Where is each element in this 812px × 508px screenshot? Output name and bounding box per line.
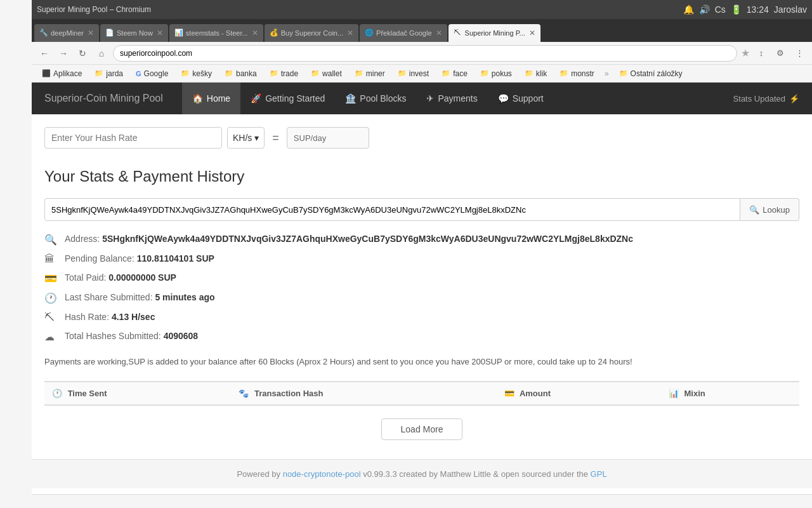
bookmark-star[interactable]: ★ xyxy=(741,47,750,59)
bookmark-label-aplikace: Aplikace xyxy=(53,69,82,78)
search-icon: 🔍 xyxy=(749,205,759,215)
bookmark-label-face: face xyxy=(453,69,468,78)
th-mixin-label: Mixin xyxy=(684,389,705,398)
tab-favicon-4: 💰 xyxy=(270,29,278,37)
chat-icon: 💬 xyxy=(498,93,509,104)
bookmark-google[interactable]: G Google xyxy=(131,68,173,79)
audio-icon[interactable]: 🔊 xyxy=(699,4,710,15)
th-amount-label: Amount xyxy=(520,389,551,398)
back-button[interactable]: ← xyxy=(37,46,52,61)
tab-steemnow[interactable]: 📄 Steem Now ✕ xyxy=(100,24,168,42)
address-input[interactable] xyxy=(113,45,737,62)
unit-select[interactable]: KH/s ▾ xyxy=(227,127,265,149)
hash-rate-input[interactable] xyxy=(44,127,222,149)
nav-link-payments[interactable]: ✈ Payments xyxy=(416,83,487,114)
nav-link-support[interactable]: 💬 Support xyxy=(488,83,554,114)
bookmark-label-jarda: jarda xyxy=(106,69,123,78)
tab-google-translate[interactable]: 🌐 Překladač Google ✕ xyxy=(360,24,447,42)
stats-updated-label: Stats Updated xyxy=(733,94,785,104)
bookmark-banka[interactable]: 📁 banka xyxy=(219,68,262,79)
tab-close-1[interactable]: ✕ xyxy=(84,29,94,37)
info-message: Payments are working,SUP is added to you… xyxy=(44,356,799,368)
bookmark-pokus[interactable]: 📁 pokus xyxy=(475,68,517,79)
reload-button[interactable]: ↻ xyxy=(75,46,90,61)
bookmark-icon-monstr: 📁 xyxy=(560,69,568,77)
send-icon: ✈ xyxy=(426,93,434,104)
stats-title: Your Stats & Payment History xyxy=(44,168,799,185)
site-footer: Powered by node-cryptonote-pool v0.99.3.… xyxy=(32,459,812,488)
bookmark-invest[interactable]: 📁 invest xyxy=(393,68,434,79)
bookmark-aplikace[interactable]: ⬛ Aplikace xyxy=(37,68,87,79)
tab-close-3[interactable]: ✕ xyxy=(248,29,258,37)
bookmark-label-google: Google xyxy=(144,69,169,78)
nav-label-payments: Payments xyxy=(438,93,477,104)
bookmark-label-banka: banka xyxy=(236,69,257,78)
payments-table: 🕐 Time Sent 🐾 Transaction Hash 💳 Amount xyxy=(44,381,799,406)
stat-row-total-paid: 💳 Total Paid: 0.00000000 SUP xyxy=(44,272,799,284)
rocket-icon: 🚀 xyxy=(251,93,261,104)
tab-close-4[interactable]: ✕ xyxy=(343,29,353,37)
nav-label-support: Support xyxy=(513,93,544,104)
tab-close-6[interactable]: ✕ xyxy=(525,29,535,37)
site-logo: Superior-Coin Mining Pool xyxy=(44,93,163,104)
lookup-button[interactable]: 🔍 Lookup xyxy=(740,198,799,221)
address-value: 5SHgknfKjQWeAywk4a49YDDTNXJvqGiv3JZ7AGhq… xyxy=(102,234,633,244)
tab-label-2: Steem Now xyxy=(117,29,153,37)
bookmark-icon-pokus: 📁 xyxy=(480,69,489,77)
result-value: SUP/day xyxy=(294,133,326,143)
nav-link-getting-started[interactable]: 🚀 Getting Started xyxy=(240,83,335,114)
tab-deepminer[interactable]: 🔧 deepMiner ✕ xyxy=(34,24,99,42)
nav-link-pool-blocks[interactable]: 🏦 Pool Blocks xyxy=(335,83,416,114)
nav-link-home[interactable]: 🏠 Home xyxy=(182,83,240,114)
bookmark-wallet[interactable]: 📁 wallet xyxy=(306,68,347,79)
home-icon: 🏠 xyxy=(192,93,203,104)
tab-favicon-6: ⛏ xyxy=(454,29,462,37)
bookmark-ostatni[interactable]: 📁 Ostatní záložky xyxy=(614,68,688,79)
lookup-button-label: Lookup xyxy=(763,205,790,215)
bookmark-icon-ostatni: 📁 xyxy=(619,69,628,77)
extension-2[interactable]: ⚙ xyxy=(773,46,788,61)
bookmark-jarda[interactable]: 📁 jarda xyxy=(89,68,128,79)
footer-powered-by: Powered by xyxy=(237,469,282,479)
bookmark-kesky[interactable]: 📁 kešky xyxy=(176,68,217,79)
bookmark-icon-invest: 📁 xyxy=(398,69,407,77)
bookmark-miner[interactable]: 📁 miner xyxy=(350,68,390,79)
tab-superior-mining[interactable]: ⛏ Superior Mining P... ✕ xyxy=(449,24,540,42)
equals-sign: = xyxy=(270,131,282,145)
bookmarks-bar: ⬛ Aplikace 📁 jarda G Google 📁 kešky 📁 ba… xyxy=(32,65,812,83)
extension-1[interactable]: ↕ xyxy=(754,46,769,61)
bookmark-trade[interactable]: 📁 trade xyxy=(265,68,303,79)
footer-npm-link[interactable]: node-cryptonote-pool xyxy=(283,469,361,479)
notification-icon[interactable]: 🔔 xyxy=(683,4,694,15)
stat-row-total-hashes: ☁ Total Hashes Submitted: 4090608 xyxy=(44,331,799,343)
tab-buycoin[interactable]: 💰 Buy Superior Coin... ✕ xyxy=(265,24,358,42)
forward-button[interactable]: → xyxy=(56,46,71,61)
tab-close-5[interactable]: ✕ xyxy=(432,29,442,37)
last-share-value: 5 minutes ago xyxy=(155,292,214,302)
th-time-sent: 🕐 Time Sent xyxy=(44,382,231,405)
browser-titlebar: Superior Mining Pool – Chromium 🔔 🔊 Cs 🔋… xyxy=(32,0,812,19)
bookmark-klik[interactable]: 📁 klik xyxy=(520,68,552,79)
result-box: SUP/day xyxy=(287,127,369,149)
menu-button[interactable]: ⋮ xyxy=(792,46,807,61)
bookmark-label-klik: klik xyxy=(536,69,547,78)
nav-label-getting-started: Getting Started xyxy=(265,93,325,104)
nav-label-home: Home xyxy=(207,93,230,104)
footer-license-link[interactable]: GPL xyxy=(591,469,607,479)
th-mixin: 📊 Mixin xyxy=(661,382,799,405)
bookmark-face[interactable]: 📁 face xyxy=(436,68,473,79)
tab-steemstats[interactable]: 📊 steemstats - Steer... ✕ xyxy=(169,24,263,42)
th-amount-icon: 💳 xyxy=(504,389,514,398)
bank-stat-icon: 🏛 xyxy=(44,253,60,265)
tab-close-2[interactable]: ✕ xyxy=(153,29,163,37)
home-button[interactable]: ⌂ xyxy=(94,46,109,61)
bookmark-monstr[interactable]: 📁 monstr xyxy=(554,68,599,79)
stat-row-last-share: 🕐 Last Share Submitted: 5 minutes ago xyxy=(44,292,799,304)
tab-label-4: Buy Superior Coin... xyxy=(281,29,343,37)
address-lookup-input[interactable] xyxy=(44,198,740,221)
more-bookmarks[interactable]: » xyxy=(605,69,609,78)
load-more-button[interactable]: Load More xyxy=(381,418,463,440)
bookmark-label-kesky: kešky xyxy=(192,69,212,78)
th-amount: 💳 Amount xyxy=(497,382,661,405)
cs-icon[interactable]: Cs xyxy=(715,4,726,15)
